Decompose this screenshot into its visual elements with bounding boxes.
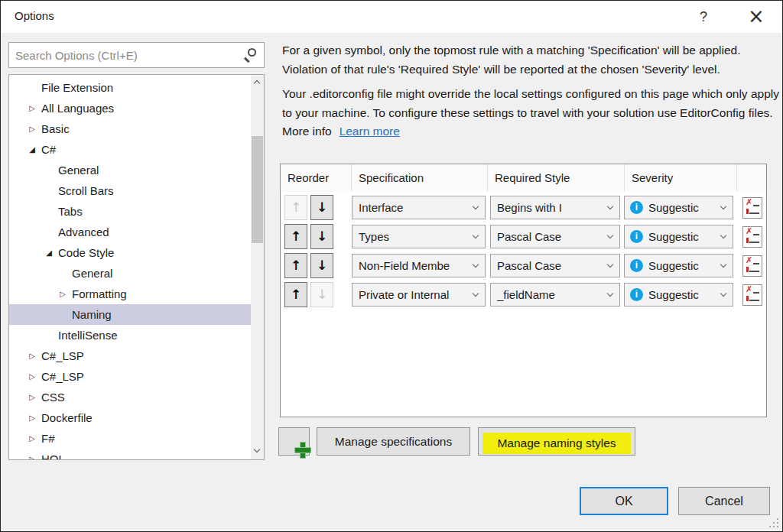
down-arrow-icon: ↓ xyxy=(317,287,327,302)
expander-icon[interactable]: ◢ xyxy=(26,139,38,160)
header-actions xyxy=(737,164,766,192)
move-up-button[interactable]: ↑ xyxy=(284,282,307,307)
chevron-down-icon xyxy=(473,261,479,268)
naming-rule-row: ↑ ↓ Interface Begins with I iSuggestic ✗ xyxy=(281,193,766,222)
info-icon: i xyxy=(630,201,643,214)
chevron-down-icon xyxy=(607,232,613,238)
tree-item-c#-lsp[interactable]: ▷ C#_LSP xyxy=(9,345,251,366)
chevron-down-icon xyxy=(720,203,726,209)
expander-icon[interactable]: ▷ xyxy=(26,387,38,407)
manage-naming-styles-button[interactable]: Manage naming styles xyxy=(478,427,635,456)
tree-item-basic[interactable]: ▷ Basic xyxy=(9,118,251,139)
tree-item-label: Dockerfile xyxy=(41,411,93,424)
tree-item-naming[interactable]: Naming xyxy=(9,304,251,325)
move-up-button[interactable]: ↑ xyxy=(284,224,307,249)
specification-dropdown[interactable]: Private or Internal xyxy=(352,283,486,307)
tree-item-label: Scroll Bars xyxy=(58,184,114,197)
tree-item-label: C# xyxy=(41,143,56,156)
tree-item-label: All Languages xyxy=(41,102,114,115)
specification-dropdown[interactable]: Interface xyxy=(352,196,486,219)
highlight-band: Manage naming styles xyxy=(482,433,631,454)
naming-rules-table: Reorder Specification Required Style Sev… xyxy=(280,164,767,417)
tree-item-label: HQL xyxy=(41,453,65,460)
tree-item-file-extension[interactable]: File Extension xyxy=(9,77,251,98)
tree-item-general[interactable]: General xyxy=(9,160,251,180)
chevron-down-icon xyxy=(607,261,613,268)
resize-grip[interactable] xyxy=(768,517,778,527)
search-input[interactable] xyxy=(9,43,239,67)
help-button[interactable]: ? xyxy=(687,5,720,28)
expander-icon[interactable]: ▷ xyxy=(26,345,38,366)
tree-item-label: Formatting xyxy=(72,287,127,300)
tree-item-code-style[interactable]: ◢ Code Style xyxy=(9,242,251,263)
tree-item-label: IntelliSense xyxy=(58,329,118,342)
expander-icon[interactable]: ▷ xyxy=(26,98,38,118)
tree-item-scroll-bars[interactable]: Scroll Bars xyxy=(9,180,251,201)
tree-item-c#[interactable]: ◢ C# xyxy=(9,139,251,160)
tree-item-formatting[interactable]: ▷ Formatting xyxy=(9,284,251,304)
move-down-button[interactable]: ↓ xyxy=(310,195,333,220)
table-header: Reorder Specification Required Style Sev… xyxy=(281,164,766,192)
ok-button[interactable]: OK xyxy=(580,487,668,515)
expander-icon[interactable]: ▷ xyxy=(26,428,38,449)
tree-item-label: General xyxy=(72,267,112,280)
move-down-button[interactable]: ↓ xyxy=(310,282,333,307)
tree-item-f#[interactable]: ▷ F# xyxy=(9,428,251,449)
expander-icon[interactable]: ▷ xyxy=(26,118,38,139)
expander-icon[interactable]: ▷ xyxy=(57,284,69,304)
delete-icon: ✗ xyxy=(746,285,752,294)
expander-icon[interactable]: ▷ xyxy=(26,449,38,460)
tree-item-advanced[interactable]: Advanced xyxy=(9,222,251,242)
delete-rule-button[interactable]: ✗ xyxy=(742,255,762,277)
tree-item-label: Tabs xyxy=(58,205,83,218)
info-icon: i xyxy=(630,288,643,301)
cancel-button[interactable]: Cancel xyxy=(678,487,770,515)
tree-item-tabs[interactable]: Tabs xyxy=(9,201,251,222)
search-icon[interactable] xyxy=(243,48,257,62)
severity-dropdown[interactable]: iSuggestic xyxy=(624,283,733,307)
required-style-dropdown[interactable]: Pascal Case xyxy=(490,254,620,277)
delete-rule-button[interactable]: ✗ xyxy=(742,226,762,248)
scrollbar-thumb[interactable] xyxy=(252,136,263,243)
tree-item-css[interactable]: ▷ CSS xyxy=(9,387,251,407)
required-style-dropdown[interactable]: Begins with I xyxy=(490,196,620,219)
expander-icon[interactable]: ▷ xyxy=(26,366,38,387)
scrollbar-down-icon[interactable] xyxy=(251,445,264,458)
chevron-down-icon xyxy=(720,261,726,268)
add-rule-button[interactable] xyxy=(278,427,310,456)
learn-more-link[interactable]: Learn more xyxy=(340,125,400,138)
delete-rule-button[interactable]: ✗ xyxy=(742,284,762,306)
chevron-down-icon xyxy=(473,203,479,209)
move-up-button[interactable]: ↑ xyxy=(284,195,307,220)
manage-specifications-button[interactable]: Manage specifications xyxy=(317,427,470,456)
expander-icon[interactable]: ◢ xyxy=(43,242,55,263)
tree-item-all-languages[interactable]: ▷ All Languages xyxy=(9,98,251,118)
tree-item-dockerfile[interactable]: ▷ Dockerfile xyxy=(9,407,251,428)
tree-item-intellisense[interactable]: IntelliSense xyxy=(9,325,251,345)
naming-rule-row: ↑ ↓ Non-Field Membe Pascal Case iSuggest… xyxy=(281,251,766,281)
severity-dropdown[interactable]: iSuggestic xyxy=(624,196,733,219)
tree-item-hql[interactable]: ▷ HQL xyxy=(9,449,251,460)
delete-rule-button[interactable]: ✗ xyxy=(742,197,762,219)
severity-dropdown[interactable]: iSuggestic xyxy=(624,254,733,277)
title-bar[interactable]: Options ? × xyxy=(1,1,782,33)
close-icon[interactable]: × xyxy=(738,2,775,30)
expander-icon[interactable]: ▷ xyxy=(26,407,38,428)
move-down-button[interactable]: ↓ xyxy=(310,253,333,278)
specification-dropdown[interactable]: Non-Field Membe xyxy=(352,254,486,277)
tree-item-c#-lsp[interactable]: ▷ C#_LSP xyxy=(9,366,251,387)
header-reorder: Reorder xyxy=(281,164,352,192)
tree-item-general[interactable]: General xyxy=(9,263,251,284)
severity-dropdown[interactable]: iSuggestic xyxy=(624,225,733,248)
down-arrow-icon: ↓ xyxy=(317,200,327,215)
specification-dropdown[interactable]: Types xyxy=(352,225,486,248)
chevron-down-icon xyxy=(720,290,726,297)
required-style-dropdown[interactable]: Pascal Case xyxy=(490,225,620,248)
move-up-button[interactable]: ↑ xyxy=(284,253,307,278)
required-style-dropdown[interactable]: _fieldName xyxy=(490,283,620,307)
tree-item-label: C#_LSP xyxy=(41,370,84,383)
tree-item-label: File Extension xyxy=(41,81,113,94)
tree-item-label: Code Style xyxy=(58,246,114,259)
move-down-button[interactable]: ↓ xyxy=(310,224,333,249)
scrollbar-up-icon[interactable] xyxy=(251,76,264,89)
